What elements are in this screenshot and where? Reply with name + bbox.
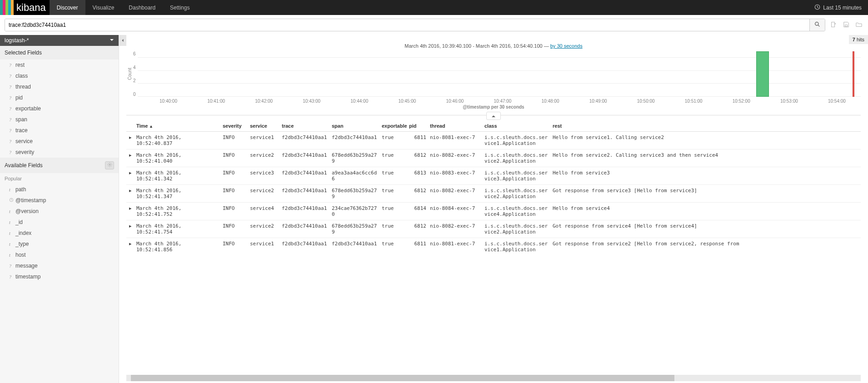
- results-table-wrap: Time ▲severityservicetracespanexportable…: [119, 120, 868, 375]
- expand-row-button[interactable]: ▸: [126, 203, 135, 220]
- col-header-time[interactable]: Time ▲: [135, 120, 221, 132]
- table-row: ▸March 4th 2016, 10:52:41.040INFOservice…: [126, 149, 861, 167]
- logo[interactable]: kibana: [0, 0, 50, 15]
- field-type-icon: ?: [9, 139, 13, 144]
- selected-field-thread[interactable]: ?thread: [0, 81, 119, 92]
- available-field-message[interactable]: ?message: [0, 260, 119, 271]
- new-search-button[interactable]: [829, 20, 838, 30]
- col-header-trace[interactable]: trace: [280, 120, 330, 132]
- field-type-icon: ?: [9, 74, 13, 79]
- selected-field-rest[interactable]: ?rest: [0, 60, 119, 70]
- expand-row-button[interactable]: ▸: [126, 220, 135, 238]
- chart-y-label: Count: [126, 51, 133, 97]
- chart-y-axis: 6420: [133, 51, 138, 97]
- selected-field-exportable[interactable]: ?exportable: [0, 103, 119, 114]
- available-field-host[interactable]: thost: [0, 249, 119, 260]
- field-type-icon: ?: [9, 63, 13, 68]
- field-type-icon: ?: [9, 106, 13, 111]
- col-header-severity[interactable]: severity: [221, 120, 248, 132]
- document-plus-icon: [830, 21, 837, 29]
- open-search-button[interactable]: [854, 20, 863, 30]
- available-field-id[interactable]: t_id: [0, 217, 119, 228]
- scrollbar-thumb[interactable]: [131, 375, 674, 381]
- time-range-header: March 4th 2016, 10:39:40.100 - March 4th…: [126, 43, 861, 49]
- expand-row-button[interactable]: ▸: [126, 132, 135, 149]
- nav-item-discover[interactable]: Discover: [50, 0, 85, 15]
- selected-field-pid[interactable]: ?pid: [0, 92, 119, 103]
- selected-fields-header: Selected Fields: [0, 46, 119, 60]
- available-field-index[interactable]: t_index: [0, 228, 119, 239]
- time-picker[interactable]: Last 15 minutes: [808, 0, 868, 15]
- chevron-left-icon: [121, 37, 125, 44]
- field-type-icon: t: [9, 231, 13, 236]
- index-pattern-label: logstash-*: [5, 37, 29, 44]
- col-header-pid[interactable]: pid: [407, 120, 428, 132]
- nav-items: DiscoverVisualizeDashboardSettings: [50, 0, 197, 15]
- chart-collapse-button[interactable]: [486, 112, 501, 120]
- field-type-icon: ?: [9, 264, 13, 269]
- selected-field-class[interactable]: ?class: [0, 70, 119, 81]
- field-type-icon: t: [9, 242, 13, 247]
- search-button[interactable]: [809, 19, 825, 31]
- search-input[interactable]: [5, 19, 809, 31]
- field-type-icon: ?: [9, 128, 13, 133]
- chart-plot[interactable]: [138, 51, 861, 97]
- table-row: ▸March 4th 2016, 10:52:41.856INFOservice…: [126, 238, 861, 256]
- available-field-type[interactable]: t_type: [0, 239, 119, 249]
- col-header-span[interactable]: span: [330, 120, 380, 132]
- col-header-service[interactable]: service: [248, 120, 280, 132]
- expand-row-button[interactable]: ▸: [126, 167, 135, 185]
- histogram-chart: March 4th 2016, 10:39:40.100 - March 4th…: [119, 35, 868, 111]
- clock-icon: [814, 4, 820, 11]
- available-field-version[interactable]: t@version: [0, 206, 119, 217]
- horizontal-scrollbar[interactable]: [126, 375, 861, 381]
- col-header-class[interactable]: class: [483, 120, 551, 132]
- field-type-icon: ?: [9, 95, 13, 100]
- top-nav: kibana DiscoverVisualizeDashboardSetting…: [0, 0, 868, 15]
- chevron-up-icon: [491, 113, 496, 119]
- col-header-thread[interactable]: thread: [428, 120, 483, 132]
- chart-x-label: @timestamp per 30 seconds: [126, 104, 861, 109]
- field-type-icon: ?: [9, 85, 13, 90]
- save-search-button[interactable]: [842, 20, 851, 30]
- search-icon: [814, 21, 820, 29]
- table-row: ▸March 4th 2016, 10:52:41.342INFOservice…: [126, 167, 861, 185]
- selected-field-service[interactable]: ?service: [0, 136, 119, 147]
- selected-field-trace[interactable]: ?trace: [0, 125, 119, 136]
- save-icon: [843, 21, 849, 29]
- chart-bar[interactable]: [756, 51, 769, 97]
- selected-field-severity[interactable]: ?severity: [0, 147, 119, 158]
- available-field-timestamp[interactable]: @timestamp: [0, 195, 119, 206]
- nav-item-dashboard[interactable]: Dashboard: [121, 0, 163, 15]
- field-type-icon: t: [9, 253, 13, 258]
- field-settings-button[interactable]: [105, 161, 114, 169]
- expand-row-button[interactable]: ▸: [126, 185, 135, 203]
- nav-item-settings[interactable]: Settings: [163, 0, 197, 15]
- field-type-icon: ?: [9, 150, 13, 155]
- expand-row-button[interactable]: ▸: [126, 149, 135, 167]
- sort-asc-icon: ▲: [148, 124, 153, 129]
- sidebar-collapse-button[interactable]: [119, 35, 126, 46]
- nav-item-visualize[interactable]: Visualize: [85, 0, 122, 15]
- chart-bar[interactable]: [853, 51, 854, 97]
- table-row: ▸March 4th 2016, 10:52:41.754INFOservice…: [126, 220, 861, 238]
- col-header-exportable[interactable]: exportable: [380, 120, 407, 132]
- table-row: ▸March 4th 2016, 10:52:41.347INFOservice…: [126, 185, 861, 203]
- sidebar: logstash-* Selected Fields ?rest?class?t…: [0, 35, 119, 383]
- available-field-path[interactable]: tpath: [0, 184, 119, 195]
- interval-link[interactable]: by 30 seconds: [550, 43, 583, 49]
- index-pattern-selector[interactable]: logstash-*: [0, 35, 119, 46]
- content: 7 hits March 4th 2016, 10:39:40.100 - Ma…: [119, 35, 868, 383]
- svg-point-1: [815, 22, 818, 25]
- popular-subheader: Popular: [0, 173, 119, 184]
- clock-icon: [9, 198, 13, 203]
- svg-point-4: [109, 164, 110, 165]
- field-type-icon: ?: [9, 117, 13, 122]
- col-header-rest[interactable]: rest: [551, 120, 861, 132]
- selected-field-span[interactable]: ?span: [0, 114, 119, 125]
- available-field-timestamp[interactable]: ?timestamp: [0, 271, 119, 282]
- expand-row-button[interactable]: ▸: [126, 238, 135, 256]
- table-row: ▸March 4th 2016, 10:52:40.837INFOservice…: [126, 132, 861, 149]
- gear-icon: [107, 162, 112, 169]
- search-input-wrap: [5, 19, 825, 31]
